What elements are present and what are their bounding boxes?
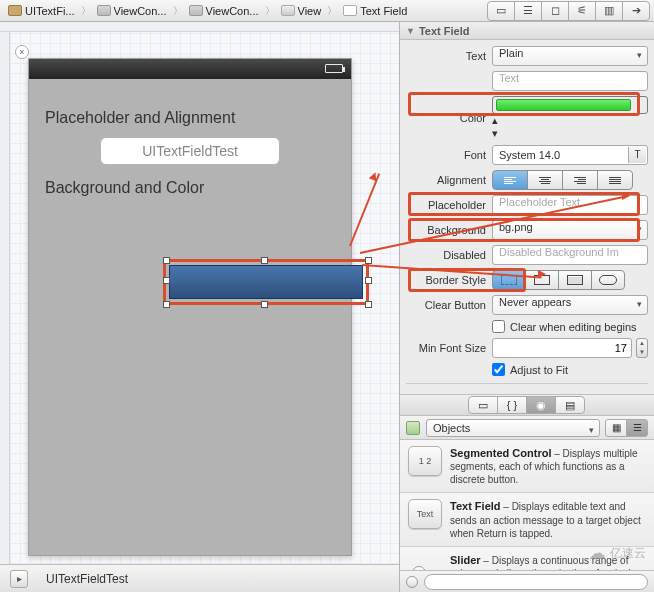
placeholder-input[interactable]: Placeholder Text [492,195,648,215]
adjust-fit-checkbox[interactable] [492,363,505,376]
library-item[interactable]: 1 2 Segmented Control – Displays multipl… [400,440,654,493]
textfield-rounded[interactable]: UITextFieldTest [100,137,280,165]
resize-handle[interactable] [365,257,372,264]
bc-item-0[interactable]: UITextFi... [4,5,79,17]
library-tabs: ▭ { } ◉ ▤ [400,394,654,416]
font-value: System 14.0 [499,149,560,161]
border-bezel-icon [567,275,583,285]
bc-item-4[interactable]: Text Field [339,5,411,17]
inspector-header[interactable]: ▼ Text Field [400,22,654,40]
border-style-label: Border Style [406,274,486,286]
background-select[interactable]: bg.png [492,220,648,240]
text-value-input[interactable]: Text [492,71,648,91]
resize-handle[interactable] [365,277,372,284]
battery-icon [325,64,343,73]
align-justify-button[interactable] [597,170,633,190]
bc-item-1[interactable]: ViewCon... [93,5,171,17]
lib-tab-media[interactable]: ▤ [555,396,585,414]
border-none-icon [501,275,517,285]
canvas[interactable]: × Placeholder and Alignment UITextFieldT… [0,22,399,564]
slider-thumb-icon [408,553,442,570]
chevron-right-icon: 〉 [327,4,337,18]
textfield-thumb-icon: Text [408,499,442,529]
library-detail-button[interactable] [406,576,418,588]
min-font-input[interactable] [492,338,632,358]
align-left-button[interactable] [492,170,528,190]
resize-handle[interactable] [163,257,170,264]
library-item[interactable]: Slider – Displays a continuous range of … [400,547,654,570]
border-line-button[interactable] [525,270,559,290]
toggle-outline-button[interactable]: ▸ [10,570,28,588]
attributes-inspector-tab[interactable]: ⚟ [568,1,596,21]
section-label-2: Background and Color [45,179,335,197]
footer-label: UITextFieldTest [46,572,128,586]
align-center-button[interactable] [527,170,563,190]
arrow-icon: ➔ [632,4,641,17]
bc-item-3[interactable]: View [277,5,326,17]
resize-handle[interactable] [261,257,268,264]
size-inspector-tab[interactable]: ▥ [595,1,623,21]
color-label: Color [406,112,486,124]
min-font-label: Min Font Size [406,342,486,354]
chevron-right-icon: 〉 [173,4,183,18]
file-inspector-tab[interactable]: ▭ [487,1,515,21]
library-list[interactable]: 1 2 Segmented Control – Displays multipl… [400,440,654,570]
device-view[interactable]: × Placeholder and Alignment UITextFieldT… [28,58,352,556]
border-none-button[interactable] [492,270,526,290]
list-view-button[interactable]: ☰ [626,419,648,437]
close-scene-button[interactable]: × [15,45,29,59]
adjust-fit-label: Adjust to Fit [510,364,568,376]
alignment-segmented [492,170,633,190]
min-font-stepper[interactable]: ▲▼ [636,338,648,358]
library-search-input[interactable] [424,574,648,590]
clear-button-label: Clear Button [406,299,486,311]
section-label-1: Placeholder and Alignment [45,109,335,127]
font-field[interactable]: System 14.0T [492,145,648,165]
border-bezel-button[interactable] [558,270,592,290]
library-view-toggle: ▦ ☰ [606,419,648,437]
text-type-select[interactable]: Plain [492,46,648,66]
library-item-text: Segmented Control – Displays multiple se… [450,446,646,486]
inspector-tabs: ▭ ☰ ◻ ⚟ ▥ ➔ [488,1,650,21]
textfield-bg-selected[interactable] [169,265,363,299]
resize-handle[interactable] [261,301,268,308]
color-swatch [496,99,631,111]
lib-tab-file[interactable]: ▭ [468,396,498,414]
status-bar [29,59,351,79]
library-item[interactable]: Text Text Field – Displays editable text… [400,493,654,546]
clear-editing-checkbox[interactable] [492,320,505,333]
align-right-button[interactable] [562,170,598,190]
lib-tab-code[interactable]: { } [497,396,527,414]
border-rounded-button[interactable] [591,270,625,290]
inspector-title: Text Field [419,25,470,37]
connections-inspector-tab[interactable]: ➔ [622,1,650,21]
resize-handle[interactable] [163,277,170,284]
background-label: Background [406,224,486,236]
lib-tab-objects[interactable]: ◉ [526,396,556,414]
canvas-column: × Placeholder and Alignment UITextFieldT… [0,22,400,592]
breadcrumb-bar: UITextFi... 〉 ViewCon... 〉 ViewCon... 〉 … [0,0,654,22]
library-footer [400,570,654,592]
font-picker-button[interactable]: T [628,147,646,163]
library-item-text: Text Field – Displays editable text and … [450,499,646,539]
help-inspector-tab[interactable]: ☰ [514,1,542,21]
color-stepper[interactable]: ▴▾ [492,114,648,140]
clear-button-select[interactable]: Never appears [492,295,648,315]
bc-label: View [298,5,322,17]
bc-item-2[interactable]: ViewCon... [185,5,263,17]
id-icon: ◻ [551,4,560,17]
identity-inspector-tab[interactable]: ◻ [541,1,569,21]
resize-handle[interactable] [365,301,372,308]
resize-handle[interactable] [163,301,170,308]
library-books-icon[interactable] [406,421,420,435]
inspector-body: Text Plain Text Color ▴▾ Font System 14.… [400,40,654,394]
ruler-icon: ▥ [604,4,614,17]
color-well[interactable] [492,96,648,114]
disabled-bg-input[interactable]: Disabled Background Im [492,245,648,265]
text-label: Text [406,50,486,62]
library-scope-select[interactable]: Objects [426,419,600,437]
canvas-footer: ▸ UITextFieldTest [0,564,399,592]
sliders-icon: ⚟ [577,4,587,17]
view-icon [281,5,295,16]
grid-view-button[interactable]: ▦ [605,419,627,437]
